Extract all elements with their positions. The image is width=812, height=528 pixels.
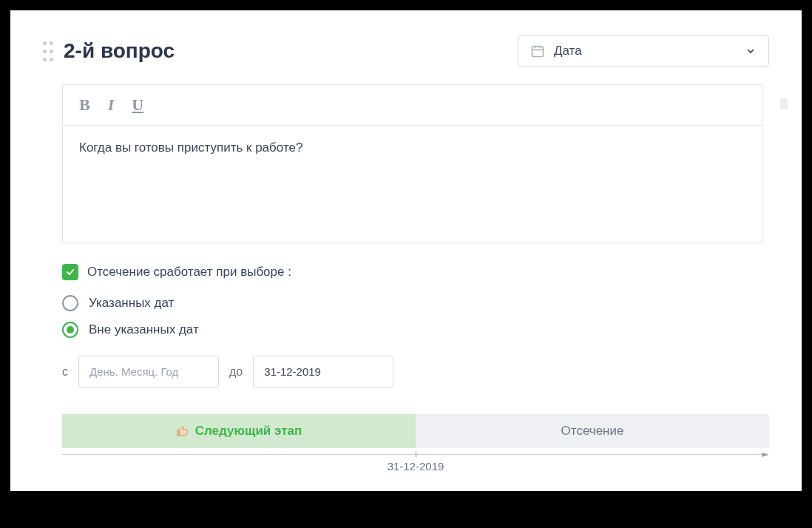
chevron-down-icon	[745, 45, 757, 57]
radio-within-indicator	[62, 295, 78, 311]
cutoff-checkbox[interactable]	[62, 264, 78, 280]
bold-button[interactable]: B	[79, 97, 90, 113]
radio-outside-label: Вне указанных дат	[89, 322, 199, 337]
date-from-input[interactable]	[78, 356, 219, 387]
question-type-select[interactable]: Дата	[518, 35, 769, 67]
outcome-segments: Следующий этап Отсечение 31-12-2019	[62, 414, 769, 470]
header-left: 2-й вопрос	[43, 39, 175, 63]
timeline-tick	[416, 451, 416, 457]
svg-rect-0	[532, 47, 544, 56]
segment-next-stage[interactable]: Следующий этап	[62, 414, 416, 448]
question-card: 2-й вопрос Дата B I	[10, 10, 802, 491]
question-header: 2-й вопрос Дата	[43, 35, 769, 67]
underline-button[interactable]: U	[132, 97, 143, 113]
radio-within-dates[interactable]: Указанных дат	[62, 295, 769, 311]
timeline-line	[62, 454, 765, 455]
cutoff-settings: Отсечение сработает при выборе : Указанн…	[62, 264, 769, 387]
date-from-label: с	[62, 365, 68, 379]
date-range-row: с до	[62, 356, 769, 387]
svg-marker-4	[762, 453, 769, 457]
drag-handle[interactable]	[43, 41, 53, 61]
cutoff-checkbox-row: Отсечение сработает при выборе :	[62, 264, 769, 280]
type-select-label: Дата	[554, 44, 582, 58]
italic-button[interactable]: I	[108, 97, 115, 113]
thumbs-up-icon	[176, 424, 189, 438]
segment-bar: Следующий этап Отсечение	[62, 414, 769, 448]
timeline: 31-12-2019	[62, 450, 769, 470]
timeline-date-label: 31-12-2019	[388, 460, 444, 473]
question-title: 2-й вопрос	[64, 39, 175, 63]
segment-cutoff[interactable]: Отсечение	[416, 414, 769, 448]
segment-cutoff-label: Отсечение	[561, 424, 624, 439]
format-toolbar: B I U	[62, 84, 763, 125]
date-to-input[interactable]	[253, 356, 393, 387]
cutoff-checkbox-label: Отсечение сработает при выборе :	[87, 265, 291, 280]
timeline-arrow-icon	[762, 451, 769, 458]
radio-within-label: Указанных дат	[89, 296, 174, 311]
date-to-label: до	[229, 365, 243, 379]
radio-outside-dates[interactable]: Вне указанных дат	[62, 322, 769, 338]
editor: B I U Когда вы готовы приступить к работ…	[62, 84, 763, 243]
delete-button[interactable]	[777, 95, 791, 114]
calendar-icon	[530, 44, 545, 58]
question-text-input[interactable]: Когда вы готовы приступить к работе?	[62, 125, 763, 243]
segment-next-label: Следующий этап	[195, 424, 302, 439]
radio-outside-indicator	[62, 322, 78, 338]
